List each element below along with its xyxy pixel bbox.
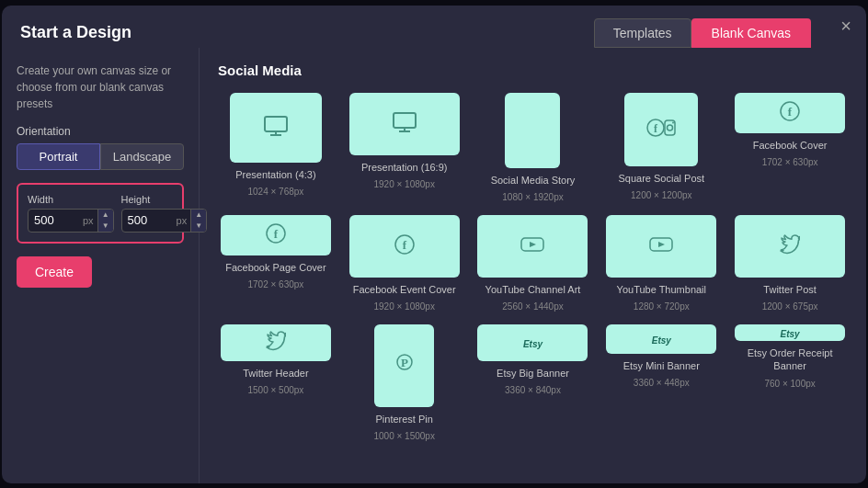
width-up-button[interactable]: ▲ (98, 210, 113, 221)
create-button[interactable]: Create (17, 256, 92, 288)
canvas-icon: f (266, 223, 286, 247)
svg-marker-18 (530, 242, 536, 247)
width-input-wrap: px ▲ ▼ (28, 209, 114, 233)
tab-templates[interactable]: Templates (594, 18, 691, 48)
width-label: Width (28, 194, 114, 205)
canvas-dims: 3360 × 448px (634, 378, 690, 388)
svg-point-9 (668, 125, 673, 131)
canvas-thumb (735, 215, 845, 278)
orientation-section: Orientation Portrait Landscape (17, 125, 184, 170)
canvas-name: Twitter Header (243, 367, 309, 380)
canvas-name: Facebook Page Cover (225, 261, 326, 274)
canvas-thumb (230, 93, 322, 163)
height-input-wrap: px ▲ ▼ (121, 209, 208, 233)
canvas-thumb: Etsy (735, 324, 845, 341)
canvas-item[interactable]: f Facebook Page Cover 1702 × 630px (218, 215, 334, 312)
canvas-name: Square Social Post (619, 172, 705, 185)
close-button[interactable]: × (840, 17, 851, 35)
height-input[interactable] (122, 210, 173, 231)
canvas-name: Etsy Big Banner (497, 367, 569, 380)
canvas-item[interactable]: Etsy Etsy Order Receipt Banner 760 × 100… (732, 324, 848, 441)
svg-rect-3 (394, 113, 416, 128)
canvas-item[interactable]: Presentation (4:3) 1024 × 768px (218, 93, 334, 202)
canvas-thumb (505, 93, 560, 168)
width-unit: px (79, 215, 97, 226)
canvas-item[interactable]: YouTube Thumbnail 1280 × 720px (603, 215, 719, 312)
canvas-thumb: P (374, 324, 434, 407)
canvas-dims: 1920 × 1080px (373, 301, 434, 312)
landscape-button[interactable]: Landscape (100, 143, 184, 170)
canvas-thumb: Etsy (477, 324, 588, 361)
portrait-button[interactable]: Portrait (17, 143, 100, 170)
canvas-name: Etsy Mini Banner (623, 359, 700, 372)
canvas-dims: 1500 × 500px (247, 385, 303, 395)
left-panel-description: Create your own canvas size or choose fr… (17, 62, 184, 112)
width-input[interactable] (29, 210, 79, 231)
right-panel: Social Media Presentation (4:3) 1024 × 7… (200, 48, 866, 483)
canvas-icon (263, 116, 289, 140)
canvas-item[interactable]: Social Media Story 1080 × 1920px (475, 93, 591, 202)
canvas-icon (648, 234, 674, 258)
svg-point-10 (672, 121, 674, 123)
section-title: Social Media (218, 62, 848, 78)
canvas-icon (780, 234, 800, 258)
canvas-name: Pinterest Pin (376, 413, 433, 426)
canvas-thumb: f (624, 93, 698, 166)
modal-header: Start a Design Templates Blank Canvas × (2, 6, 866, 48)
modal-body: Create your own canvas size or choose fr… (2, 48, 866, 483)
svg-marker-20 (658, 242, 665, 247)
width-field: Width px ▲ ▼ (28, 194, 114, 233)
canvas-dims: 1702 × 630px (762, 157, 818, 167)
svg-text:f: f (403, 238, 407, 252)
orientation-buttons: Portrait Landscape (17, 143, 184, 170)
canvas-item[interactable]: f Square Social Post 1200 × 1200px (603, 93, 719, 202)
canvas-icon: Etsy (523, 335, 542, 351)
canvas-thumb: Etsy (606, 324, 716, 354)
canvas-item[interactable]: f Facebook Cover 1702 × 630px (732, 93, 848, 202)
svg-text:f: f (274, 227, 279, 241)
canvas-icon: Etsy (781, 324, 800, 341)
canvas-dims: 1000 × 1500px (373, 431, 434, 441)
canvas-name: YouTube Thumbnail (617, 283, 706, 296)
tab-blank-canvas[interactable]: Blank Canvas (691, 18, 811, 48)
canvas-icon: f (780, 101, 800, 125)
canvas-item[interactable]: Etsy Etsy Mini Banner 3360 × 448px (603, 324, 719, 441)
svg-text:f: f (788, 105, 793, 119)
canvas-item[interactable]: Twitter Post 1200 × 675px (732, 215, 848, 312)
canvas-item[interactable]: Etsy Etsy Big Banner 3360 × 840px (475, 324, 591, 441)
canvas-name: YouTube Channel Art (485, 283, 581, 296)
width-down-button[interactable]: ▼ (98, 221, 113, 232)
canvas-item[interactable]: P Pinterest Pin 1000 × 1500px (347, 324, 463, 441)
canvas-item[interactable]: f Facebook Event Cover 1920 × 1080px (347, 215, 463, 312)
canvas-thumb (606, 215, 716, 278)
canvas-icon: P (396, 354, 413, 378)
canvas-dims: 1024 × 768px (247, 187, 303, 197)
canvas-dims: 1200 × 1200px (631, 190, 691, 200)
dimensions-row: Width px ▲ ▼ Height (28, 194, 173, 233)
canvas-thumb (349, 93, 460, 155)
modal-overlay: Start a Design Templates Blank Canvas × … (0, 0, 868, 488)
svg-text:f: f (654, 122, 658, 135)
canvas-dims: 1280 × 720px (634, 301, 690, 312)
canvas-thumb: f (735, 93, 845, 133)
svg-rect-0 (265, 117, 287, 131)
canvas-name: Presentation (4:3) (235, 168, 315, 181)
height-field: Height px ▲ ▼ (121, 194, 208, 233)
modal-title: Start a Design (20, 23, 131, 42)
canvas-dims: 1702 × 630px (247, 279, 303, 289)
dimensions-box: Width px ▲ ▼ Height (17, 183, 184, 244)
canvas-dims: 760 × 100px (764, 379, 815, 389)
left-panel: Create your own canvas size or choose fr… (2, 48, 200, 483)
canvas-item[interactable]: Twitter Header 1500 × 500px (218, 324, 334, 441)
canvas-name: Presentation (16:9) (361, 161, 448, 174)
canvas-dims: 3360 × 840px (505, 385, 561, 395)
tab-bar: Templates Blank Canvas (594, 18, 811, 48)
canvas-grid: Presentation (4:3) 1024 × 768px Presenta… (218, 93, 848, 442)
canvas-item[interactable]: YouTube Channel Art 2560 × 1440px (475, 215, 591, 312)
canvas-dims: 1080 × 1920px (502, 192, 563, 202)
canvas-thumb: f (221, 215, 331, 255)
orientation-label: Orientation (17, 125, 184, 138)
canvas-item[interactable]: Presentation (16:9) 1920 × 1080px (347, 93, 463, 202)
canvas-name: Facebook Cover (753, 139, 828, 152)
modal: Start a Design Templates Blank Canvas × … (2, 6, 866, 483)
